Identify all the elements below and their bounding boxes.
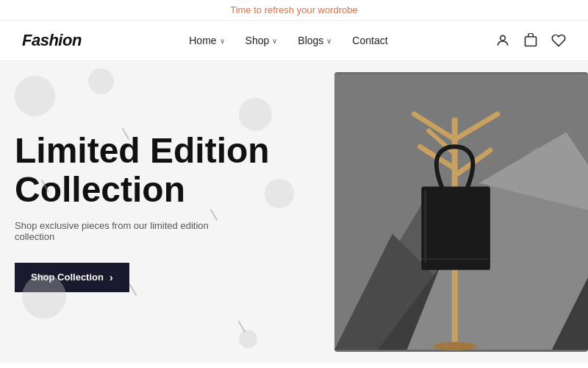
hero-title-line1: Limited Edition	[15, 131, 270, 170]
deco-line	[238, 321, 246, 333]
hero-subtitle: Shop exclusive pieces from our limited e…	[15, 220, 220, 242]
chevron-down-icon: ∨	[220, 37, 225, 45]
hero-right	[331, 61, 588, 363]
wishlist-icon[interactable]	[551, 33, 566, 48]
nav-home[interactable]: Home ∨	[189, 35, 224, 46]
svg-rect-14	[421, 187, 490, 270]
shop-collection-button[interactable]: Shop Collection ›	[15, 263, 129, 292]
logo[interactable]: Fashion	[22, 31, 82, 50]
hero-title: Limited Edition Collection	[15, 132, 309, 210]
svg-rect-16	[424, 190, 426, 263]
arrow-icon: ›	[110, 272, 113, 283]
nav-contact[interactable]: Contact	[352, 35, 387, 46]
header: Fashion Home ∨ Shop ∨ Blogs ∨ Contact	[0, 21, 588, 61]
hero-title-line2: Collection	[15, 170, 185, 209]
nav-shop[interactable]: Shop ∨	[245, 35, 278, 46]
chevron-down-icon: ∨	[326, 37, 331, 45]
header-icons	[495, 33, 566, 48]
announcement-text: Time to refresh your wordrobe	[230, 4, 358, 15]
deco-line	[210, 209, 218, 222]
deco-circle	[239, 98, 272, 131]
hero-section: Limited Edition Collection Shop exclusiv…	[0, 61, 588, 363]
nav-blogs[interactable]: Blogs ∨	[298, 35, 331, 46]
nav: Home ∨ Shop ∨ Blogs ∨ Contact	[189, 35, 387, 46]
deco-line	[129, 284, 137, 297]
chevron-down-icon: ∨	[272, 37, 277, 45]
svg-rect-1	[526, 37, 537, 46]
deco-circle	[239, 330, 257, 348]
svg-point-0	[501, 35, 506, 40]
deco-circle	[15, 76, 55, 116]
deco-circle	[88, 68, 114, 94]
announcement-bar: Time to refresh your wordrobe	[0, 0, 588, 21]
hero-image	[334, 72, 588, 352]
hero-left: Limited Edition Collection Shop exclusiv…	[0, 61, 331, 363]
svg-point-17	[433, 342, 476, 350]
cart-icon[interactable]	[523, 33, 538, 48]
user-icon[interactable]	[495, 33, 510, 48]
